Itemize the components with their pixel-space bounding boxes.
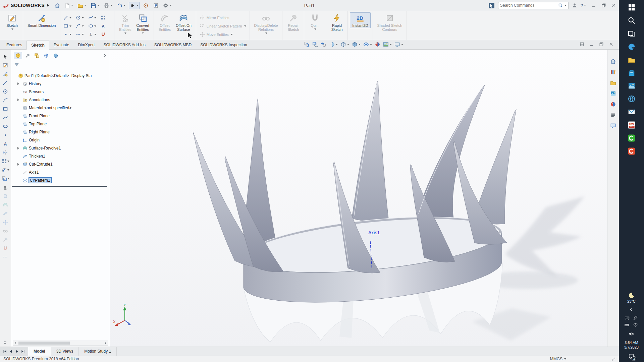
tray-wifi-icon[interactable] [633, 322, 638, 327]
taskpane-edit-appearance-tab[interactable] [610, 101, 616, 107]
dropdown-caret-icon[interactable] [124, 33, 126, 34]
ribbon-move-entities-button[interactable]: Move Entities [198, 31, 248, 38]
panel-tab-dimxpert[interactable] [42, 52, 50, 59]
search-caret-icon[interactable] [565, 5, 567, 6]
graphics-viewport[interactable]: Axis1 Y X [110, 50, 607, 347]
tray-pen-w-icon[interactable] [633, 315, 638, 320]
left-tool-ellipse-button[interactable] [3, 123, 8, 129]
expand-arrow-icon[interactable] [17, 147, 19, 149]
taskbar-clock[interactable]: 3:54 AM 3/7/2023 [624, 340, 639, 350]
tree-item-annotations[interactable]: AAnnotations [13, 96, 110, 104]
axis1-label[interactable]: Axis1 [368, 230, 380, 235]
tab-dimxpert[interactable]: DimXpert [73, 41, 99, 49]
left-tool-plane-button[interactable] [3, 193, 8, 199]
taskbar-app-c-button[interactable] [628, 147, 636, 155]
doc-restore-button[interactable] [599, 42, 604, 47]
left-tool-centerline-button[interactable] [3, 254, 8, 260]
dropdown-caret-icon[interactable] [123, 5, 125, 6]
left-tool-relations-button[interactable] [3, 228, 8, 234]
dropdown-caret-icon[interactable] [359, 44, 361, 45]
print-button[interactable] [103, 2, 113, 9]
dropdown-caret-icon[interactable] [7, 178, 9, 179]
ribbon-linear-sketch-pattern-button[interactable]: Linear Sketch Pattern [198, 22, 248, 30]
left-tool-pattern-grid-button[interactable] [2, 158, 9, 164]
expand-arrow-icon[interactable] [17, 82, 19, 85]
tool-snap-button[interactable] [100, 30, 112, 39]
dropdown-caret-icon[interactable] [94, 34, 96, 35]
tree-item-axis1[interactable]: Axis1 [13, 168, 110, 176]
left-tool-point-button[interactable] [3, 132, 8, 138]
ribbon-mirror-entities-button[interactable]: Mirror Entities [198, 14, 248, 21]
view-settings-button[interactable] [394, 42, 403, 47]
left-tool-circle-button[interactable] [3, 88, 8, 95]
nav-last-button[interactable] [21, 349, 25, 354]
search-icon[interactable] [558, 3, 563, 8]
taskbar-globe-button[interactable] [628, 95, 636, 103]
search-scope-icon[interactable] [488, 2, 495, 9]
rollback-bar[interactable] [12, 186, 107, 187]
expand-arrow-icon[interactable] [17, 99, 19, 101]
ribbon-offset-entities-button[interactable]: Offset Entities [156, 12, 173, 32]
scrollbar-thumb[interactable] [18, 342, 70, 345]
taskpane-home-tab[interactable] [610, 58, 616, 64]
dropdown-caret-icon[interactable] [137, 5, 139, 6]
user-icon[interactable] [572, 3, 577, 8]
left-tool-trim-button[interactable] [3, 184, 8, 190]
help-menu[interactable]: ? [581, 3, 586, 8]
left-tool-mirror-button[interactable] [3, 149, 8, 156]
view-tab-model[interactable]: Model [28, 347, 51, 356]
dropdown-caret-icon[interactable] [347, 44, 349, 45]
tree-item-material-not-specified[interactable]: Material <not specified> [13, 104, 110, 112]
taskbar-folder-button[interactable] [628, 56, 636, 64]
dropdown-caret-icon[interactable] [370, 44, 372, 45]
filter-funnel-icon[interactable] [14, 62, 19, 67]
taskpane-custom-props-tab[interactable] [610, 112, 616, 118]
tab-solidworks-inspection[interactable]: SOLIDWORKS Inspection [196, 41, 251, 49]
ribbon-convert-entities-button[interactable]: Convert Entities [134, 12, 152, 35]
dropdown-caret-icon[interactable] [97, 5, 99, 6]
search-commands-box[interactable] [498, 2, 569, 9]
dropdown-caret-icon[interactable] [11, 28, 13, 30]
panel-tabs-overflow-icon[interactable] [102, 53, 107, 58]
ribbon-offset-on-surface-button[interactable]: Offset On Surface [173, 12, 194, 32]
dropdown-caret-icon[interactable] [71, 5, 73, 6]
dropdown-caret-icon[interactable] [7, 169, 9, 171]
tool-text-button[interactable]: A [100, 22, 112, 30]
ribbon-trim-entities-button[interactable]: Trim Entities [116, 12, 134, 35]
status-tag-icon[interactable] [611, 357, 615, 361]
left-tool-smart-dimension-button[interactable] [3, 71, 8, 77]
tool-ellipse-button[interactable] [87, 22, 100, 30]
doc-button[interactable] [63, 2, 74, 9]
doc-close-button[interactable] [609, 42, 613, 47]
taskpane-forum-tab[interactable] [610, 123, 616, 129]
tray-battery-icon[interactable] [625, 322, 630, 327]
taskbar-edge-button[interactable] [628, 43, 636, 51]
tool-line-button[interactable] [62, 13, 75, 22]
dropdown-caret-icon[interactable] [142, 33, 144, 34]
tab-features[interactable]: Features [2, 41, 26, 49]
restore-button[interactable] [601, 3, 606, 8]
taskbar-camtasia-button[interactable] [628, 134, 636, 142]
previous-view-button[interactable] [321, 42, 326, 47]
left-tool-sketch-button[interactable] [3, 62, 8, 68]
hide-show-button[interactable] [363, 42, 372, 47]
tool-circle-button[interactable] [75, 13, 87, 22]
dropdown-caret-icon[interactable] [82, 34, 84, 35]
view-tab-motion-study-1[interactable]: Motion Study 1 [79, 347, 117, 356]
tool-pattern-grid-button[interactable] [100, 13, 112, 22]
dropdown-caret-icon[interactable] [94, 25, 96, 27]
taskbar-store-button[interactable] [628, 69, 636, 77]
panel-tab-config[interactable] [33, 52, 41, 59]
left-tool-convert-button[interactable] [2, 176, 9, 182]
zoom-fit-button[interactable] [304, 42, 310, 47]
tool-centerline-button[interactable] [75, 30, 87, 39]
tab-sketch[interactable]: Sketch [26, 41, 49, 50]
left-tool-arc-button[interactable] [3, 97, 8, 103]
panel-tab-wrench[interactable] [23, 52, 32, 59]
tab-evaluate[interactable]: Evaluate [49, 41, 74, 49]
dropdown-caret-icon[interactable] [94, 17, 96, 18]
scroll-left-icon[interactable] [14, 341, 17, 345]
tree-item-cirpattern1[interactable]: CirPattern1 [13, 176, 110, 184]
view-tab-3d-views[interactable]: 3D Views [51, 347, 79, 356]
dropdown-caret-icon[interactable] [401, 44, 403, 45]
